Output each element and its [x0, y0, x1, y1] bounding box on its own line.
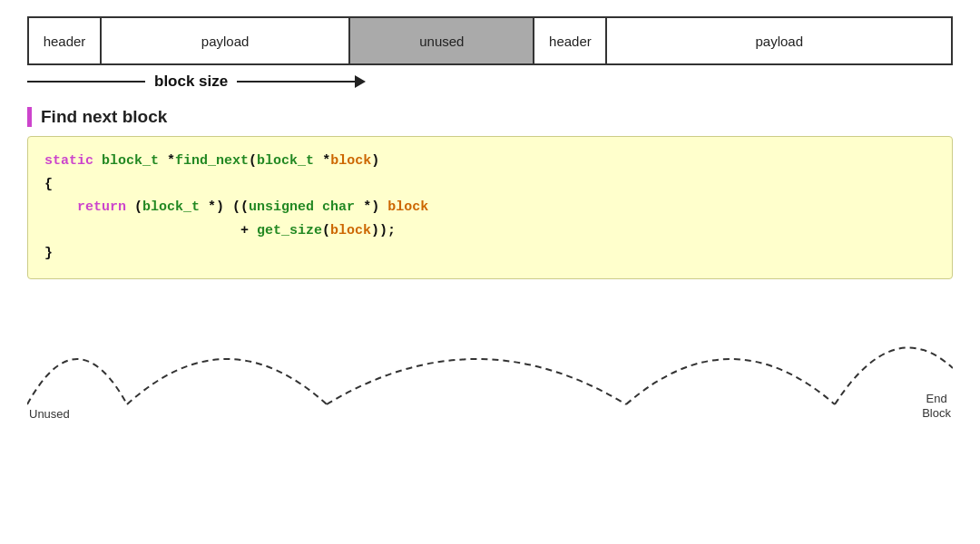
section-heading: Find next block: [27, 107, 953, 127]
right-line: [237, 81, 355, 83]
arrow-right: [237, 75, 366, 88]
left-line: [27, 81, 145, 83]
block-cell-header2: header: [534, 18, 607, 63]
block-cell-payload2: payload: [607, 18, 951, 63]
code-line-2: {: [44, 173, 936, 197]
block-size-label: block size: [154, 73, 228, 91]
block-cell-unused: unused: [350, 18, 534, 63]
wave-label-unused: Unused: [29, 407, 70, 421]
block-diagram: header payload unused header payload: [27, 16, 953, 65]
star-pointer: *: [167, 153, 175, 169]
type-block_t: block_t: [102, 153, 159, 169]
wave-area: Unused End Block: [27, 305, 953, 423]
code-block: static block_t *find_next(block_t *block…: [27, 136, 953, 279]
wave-label-end: End Block: [922, 392, 951, 420]
param-block: block: [330, 153, 371, 169]
param-type: block_t: [257, 153, 314, 169]
code-line-3: return (block_t *) ((unsigned char *) bl…: [44, 196, 936, 219]
block-size-row: block size: [27, 73, 953, 91]
kw-static: static: [44, 153, 93, 169]
arrowhead-icon: [355, 75, 366, 88]
fn-get_size: get_size: [257, 223, 322, 238]
kw-return: return: [77, 199, 126, 215]
main-container: header payload unused header payload blo…: [0, 0, 980, 544]
fn-find_next: find_next: [175, 153, 249, 169]
block-cell-header1: header: [29, 18, 102, 63]
code-line-4: + get_size(block));: [44, 219, 936, 243]
wave-svg: [27, 305, 953, 413]
block-cell-payload1: payload: [102, 18, 350, 63]
arrow-line-left: [27, 81, 145, 83]
code-line-1: static block_t *find_next(block_t *block…: [44, 150, 936, 173]
code-line-5: }: [44, 242, 936, 266]
